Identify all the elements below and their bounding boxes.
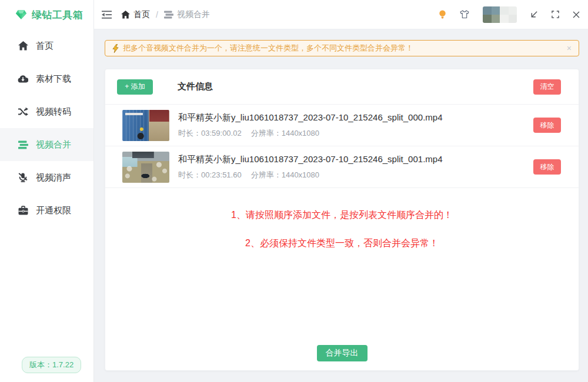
app-title: 绿钻工具箱: [32, 8, 83, 22]
sidebar-item-label: 首页: [36, 41, 54, 52]
remove-file-button[interactable]: 移除: [533, 118, 561, 133]
avatar-cell: [483, 15, 492, 23]
sidebar-item-label: 素材下载: [36, 73, 71, 85]
topbar: 首页 / 视频合并: [94, 0, 588, 29]
sidebar-item-material-download[interactable]: 素材下载: [0, 62, 93, 95]
sidebar-item-label: 视频合并: [36, 139, 71, 150]
merge-export-button[interactable]: 合并导出: [317, 345, 368, 361]
sidebar-item-label: 视频消声: [36, 172, 71, 183]
avatar-cell: [492, 15, 500, 23]
avatar-cell: [500, 6, 509, 15]
user-avatar[interactable]: [483, 6, 517, 23]
mic-mute-icon: [18, 172, 28, 183]
alert-text: 把多个音视频文件合并为一个，请注意统一文件类型，多个不同文件类型合并会异常！: [123, 43, 413, 53]
avatar-cell: [492, 6, 500, 15]
file-name: 和平精英小新y_liu1061018737_2023-07-10_215246_…: [178, 154, 442, 165]
breadcrumb-home[interactable]: 首页: [121, 9, 150, 20]
avatar-cell: [500, 15, 509, 23]
avatar-cell: [509, 6, 517, 15]
merge-panel: + 添加 文件信息 清空 和平精英小新y_liu1061018737_2023-…: [105, 69, 579, 371]
file-meta: 时长：03:59:00.02 分辨率：1440x1080: [178, 128, 442, 139]
avatar-cell: [509, 15, 517, 23]
note-line: 2、必须保持文件类型一致，否则合并会异常！: [105, 237, 579, 250]
file-resolution: 分辨率：1440x1080: [251, 170, 319, 180]
topbar-actions: [439, 6, 580, 23]
cloud-download-icon: [18, 73, 28, 84]
file-duration: 时长：00:23:51.60: [178, 170, 242, 180]
file-duration: 时长：03:59:00.02: [178, 128, 242, 139]
fullscreen-icon[interactable]: [552, 11, 559, 18]
sidebar-item-video-merge[interactable]: 视频合并: [0, 128, 93, 161]
sidebar-item-label: 视频转码: [36, 106, 71, 118]
briefcase-icon: [18, 205, 28, 216]
alert-close-icon[interactable]: ×: [567, 44, 572, 52]
home-icon: [18, 41, 28, 51]
shirt-theme-icon[interactable]: [460, 10, 469, 19]
file-resolution: 分辨率：1440x1080: [251, 128, 319, 139]
video-thumbnail: [122, 110, 169, 141]
file-info: 和平精英小新y_liu1061018737_2023-07-10_215246_…: [178, 154, 442, 180]
lightning-bolt-icon: [112, 44, 119, 53]
sidebar-item-home[interactable]: 首页: [0, 29, 93, 62]
export-area: 合并导出: [105, 345, 579, 361]
panel-toolbar: + 添加 文件信息 清空: [105, 69, 579, 104]
breadcrumb: 首页 / 视频合并: [121, 9, 210, 20]
clear-all-button[interactable]: 清空: [533, 79, 561, 95]
file-list: 和平精英小新y_liu1061018737_2023-07-10_215246_…: [105, 104, 579, 188]
file-row: 和平精英小新y_liu1061018737_2023-07-10_215246_…: [105, 146, 579, 187]
file-info: 和平精英小新y_liu1061018737_2023-07-10_215246_…: [178, 112, 442, 139]
avatar-cell: [483, 6, 492, 15]
sidebar: 绿钻工具箱 首页 素材下载: [0, 0, 94, 382]
file-row: 和平精英小新y_liu1061018737_2023-07-10_215246_…: [105, 104, 579, 146]
breadcrumb-separator: /: [156, 10, 158, 19]
breadcrumb-home-label: 首页: [133, 9, 150, 20]
sidebar-nav: 首页 素材下载: [0, 29, 93, 227]
app-logo: 绿钻工具箱: [0, 0, 93, 29]
shuffle-icon: [18, 106, 28, 117]
close-icon[interactable]: [573, 11, 580, 18]
main-content: 把多个音视频文件合并为一个，请注意统一文件类型，多个不同文件类型合并会异常！ ×…: [94, 29, 588, 382]
file-meta: 时长：00:23:51.60 分辨率：1440x1080: [178, 170, 442, 180]
instruction-notes: 1、请按照顺序添加文件，是按列表文件顺序合并的！ 2、必须保持文件类型一致，否则…: [105, 209, 579, 250]
merge-icon: [164, 11, 173, 19]
gem-icon: [15, 9, 27, 20]
remove-file-button[interactable]: 移除: [533, 159, 561, 175]
breadcrumb-current-label: 视频合并: [177, 9, 210, 20]
breadcrumb-current: 视频合并: [164, 9, 210, 20]
merge-icon: [18, 139, 28, 150]
home-icon: [121, 11, 130, 19]
sidebar-item-video-transcode[interactable]: 视频转码: [0, 95, 93, 128]
warning-alert: 把多个音视频文件合并为一个，请注意统一文件类型，多个不同文件类型合并会异常！ ×: [105, 40, 579, 56]
file-name: 和平精英小新y_liu1061018737_2023-07-10_215246_…: [178, 112, 442, 123]
minimize-corner-icon[interactable]: [530, 11, 538, 18]
lightbulb-icon[interactable]: [439, 10, 446, 19]
note-line: 1、请按照顺序添加文件，是按列表文件顺序合并的！: [105, 209, 579, 222]
panel-title: 文件信息: [178, 81, 213, 92]
sidebar-fold-icon[interactable]: [102, 11, 112, 19]
sidebar-item-permissions[interactable]: 开通权限: [0, 194, 93, 227]
sidebar-item-label: 开通权限: [36, 205, 71, 216]
version-badge: 版本：1.7.22: [22, 357, 81, 373]
add-file-button[interactable]: + 添加: [117, 79, 153, 95]
video-thumbnail: [122, 152, 169, 183]
sidebar-item-video-mute[interactable]: 视频消声: [0, 161, 93, 194]
